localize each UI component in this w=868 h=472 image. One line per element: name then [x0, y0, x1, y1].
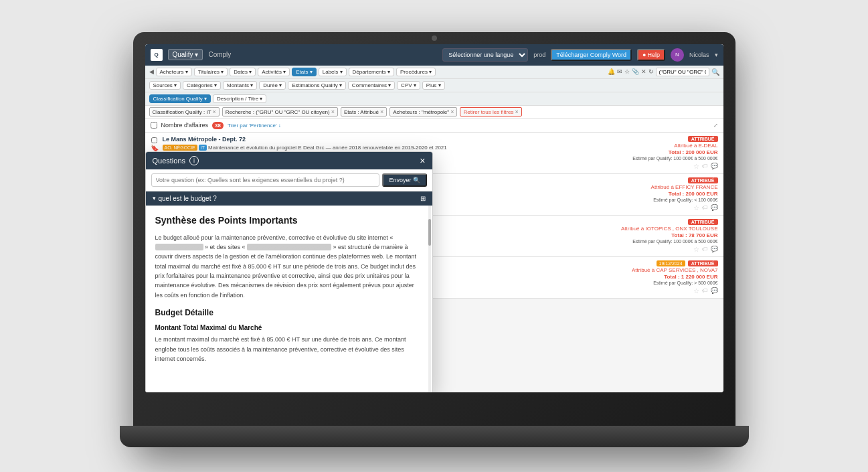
qualify-nav-button[interactable]: Qualify ▾	[168, 49, 203, 60]
expand-icon[interactable]: ⤢	[713, 123, 718, 129]
status-badge-3: ATTRIBUÉ	[688, 219, 718, 225]
date-badge-4: 19/12/2024	[657, 260, 685, 266]
modal-question-action-icon[interactable]: ⊞	[420, 195, 426, 202]
modal-subsection-title: Montant Total Maximal du Marché	[155, 323, 423, 333]
filter-classification[interactable]: Classification Qualify ▾	[149, 94, 211, 103]
filter-dates[interactable]: Dates ▾	[230, 68, 256, 76]
app-ui: Q Qualify ▾ Comply Sélectionner une lang…	[145, 44, 723, 392]
tag-icon-3[interactable]: 🏷	[702, 246, 708, 253]
filter-estimations[interactable]: Estimations Qualify ▾	[288, 81, 346, 90]
active-filter-etats[interactable]: Etats : Attribué ×	[341, 107, 387, 116]
icon-x: ✕	[641, 68, 646, 75]
env-label: prod	[533, 52, 545, 58]
navbar: Q Qualify ▾ Comply Sélectionner une lang…	[145, 44, 723, 66]
nav-logo: Q	[151, 49, 163, 61]
filter-bar-2: Sources ▾ Catégories ▾ Montants ▾ Durée …	[145, 79, 723, 92]
tag-icon-1[interactable]: 🏷	[702, 163, 708, 170]
result-checkbox-1[interactable]	[151, 137, 157, 143]
filter-collapse-icon[interactable]: ◀	[149, 68, 154, 75]
filter-departements[interactable]: Départements ▾	[349, 68, 394, 76]
modal-info-icon[interactable]: i	[189, 156, 199, 165]
filter-duree[interactable]: Durée ▾	[259, 81, 286, 90]
filter-labels[interactable]: Labels ▾	[319, 68, 347, 76]
star-icon-3[interactable]: ☆	[693, 246, 699, 253]
logo-symbol: Q	[154, 52, 158, 58]
tag-icon-4[interactable]: 🏷	[702, 287, 708, 295]
help-button[interactable]: ● Help	[637, 49, 665, 61]
results-header: Nombre d'affaires 38 Trier par 'Pertinen…	[145, 119, 723, 133]
help-icon: ●	[642, 52, 646, 58]
amount-3: Total : 78 700 EUR	[671, 232, 717, 238]
modal-question-header: ▾ quel est le budget ? ⊞	[146, 191, 432, 206]
results-count-label: Nombre d'affaires	[161, 122, 209, 129]
main-search-input[interactable]	[656, 68, 709, 76]
status-badge-4: ATTRIBUÉ	[688, 260, 718, 266]
filter-titulaires[interactable]: Titulaires ▾	[194, 68, 228, 76]
amount-4: Total : 1 220 000 EUR	[664, 274, 717, 280]
icon-mail: ✉	[617, 68, 622, 75]
filter-etats[interactable]: Etats ▾	[292, 68, 316, 76]
active-filter-acheteurs[interactable]: Acheteurs : "métropole" ×	[389, 107, 457, 116]
download-button[interactable]: Télécharger Comply Word	[551, 49, 632, 61]
chat-icon-3[interactable]: 💬	[711, 246, 718, 253]
tag-icon-2[interactable]: 🏷	[702, 204, 708, 212]
modal-search-bar: Envoyer 🔍	[146, 169, 432, 191]
chat-icon-1[interactable]: 💬	[711, 163, 718, 170]
language-select[interactable]: Sélectionner une langue	[442, 48, 528, 62]
status-badge-2: ATTRIBUÉ	[688, 177, 718, 183]
laptop-camera	[432, 35, 437, 41]
star-icon-1[interactable]: ☆	[693, 163, 699, 170]
sort-button[interactable]: Trier par 'Pertinence' ↓	[228, 123, 281, 129]
filter-acheteurs[interactable]: Acheteurs ▾	[156, 68, 192, 76]
star-icon-2[interactable]: ☆	[693, 204, 699, 212]
filter-cpv[interactable]: CPV ▾	[397, 81, 420, 90]
modal-paragraph-2: Le montant maximal du marché est fixé à …	[155, 335, 423, 364]
badge-it-1: IT	[199, 145, 207, 151]
result-title-1: Le Mans Métropole - Dept. 72	[163, 136, 246, 143]
app-logo-icon: Q	[151, 49, 163, 61]
chat-icon-2[interactable]: 💬	[711, 204, 718, 212]
amount-2: Total : 200 000 EUR	[669, 191, 718, 197]
company-4: Attribué à CAP SERVICES , NOVA7	[632, 267, 718, 273]
modal-question-input[interactable]	[151, 173, 380, 187]
question-label: quel est le budget ?	[159, 195, 217, 202]
questions-modal: Questions i × Envoyer 🔍 ▾ quel est le	[145, 151, 433, 392]
filter-sources[interactable]: Sources ▾	[149, 81, 181, 90]
filter-activites[interactable]: Activités ▾	[258, 68, 290, 76]
chevron-icon[interactable]: ▾	[153, 195, 156, 202]
result-right-2: ATTRIBUÉ Attribué à EFFICY FRANCE Total …	[611, 177, 718, 212]
main-search-icon[interactable]: 🔍	[711, 68, 719, 76]
icon-clip: 📎	[632, 68, 639, 75]
select-all-checkbox[interactable]	[151, 122, 157, 129]
modal-scrollbar[interactable]	[428, 206, 431, 392]
active-filter-classification[interactable]: Classification Qualify : IT ×	[149, 107, 220, 116]
clear-all-filters[interactable]: Retirer tous les filtres ×	[460, 107, 521, 116]
filter-montants[interactable]: Montants ▾	[223, 81, 257, 90]
nav-chevron-icon[interactable]: ▾	[715, 52, 718, 58]
estimate-1: Estimé par Qualify: 100 000€ à 500 000€	[632, 156, 717, 161]
filter-commentaires[interactable]: Commentaires ▾	[348, 81, 395, 90]
modal-send-button[interactable]: Envoyer 🔍	[382, 173, 426, 187]
active-filter-recherche[interactable]: Recherche : ("GRU" OU "GRC" OU citoyen) …	[222, 107, 338, 116]
company-1: Attribué à E-DEAL	[674, 143, 717, 149]
chat-icon-4[interactable]: 💬	[711, 287, 718, 295]
estimate-2: Estimé par Qualify: < 100 000€	[653, 198, 717, 202]
company-3: Attribué à IOTOPICS , ONX TOULOUSE	[621, 226, 718, 232]
laptop-base	[120, 426, 749, 447]
estimate-4: Estimé par Qualify: > 500 000€	[653, 281, 717, 285]
filter-description[interactable]: Description / Titre ▾	[213, 94, 266, 103]
icon-reload: ↻	[648, 68, 654, 75]
modal-close-button[interactable]: ×	[420, 156, 425, 165]
filter-bar-3: Classification Qualify ▾ Description / T…	[145, 92, 723, 106]
filter-procedures[interactable]: Procédures ▾	[396, 68, 436, 76]
star-icon-4[interactable]: ☆	[693, 287, 699, 295]
estimate-3: Estimé par Qualify: 100 000€ à 500 000€	[632, 239, 717, 244]
laptop-screen: Q Qualify ▾ Comply Sélectionner une lang…	[145, 44, 723, 392]
filter-categories[interactable]: Catégories ▾	[183, 81, 221, 90]
result-desc-1: Maintenance et évolution du progiciel E …	[208, 145, 447, 151]
badge-ao-negocie-1: AO. NÉGOCIE	[163, 145, 197, 151]
result-right-4: 19/12/2024 ATTRIBUÉ Attribué à CAP SERVI…	[611, 260, 718, 295]
bookmark-icon-1[interactable]: 🔖	[151, 145, 159, 152]
filter-plus[interactable]: Plus ▾	[422, 81, 445, 90]
modal-scrollbar-thumb[interactable]	[428, 219, 431, 246]
